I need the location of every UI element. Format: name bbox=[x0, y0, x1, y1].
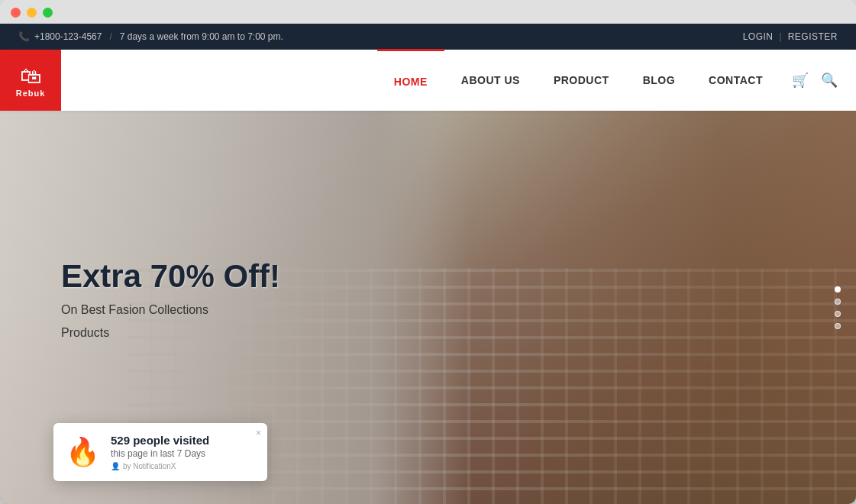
nav-links: HOME ABOUT US PRODUCT BLOG CONTACT bbox=[377, 49, 780, 112]
hero-subtitle-line1: On Best Fasion Collections bbox=[61, 303, 280, 317]
maximize-button[interactable] bbox=[43, 8, 53, 18]
nav-item-about[interactable]: ABOUT US bbox=[444, 50, 537, 111]
browser-chrome bbox=[0, 0, 856, 24]
phone-number: +1800-123-4567 bbox=[34, 31, 102, 42]
nav-item-product[interactable]: PRODUCT bbox=[537, 50, 626, 111]
logo-text: Rebuk bbox=[16, 89, 46, 98]
website-content: 📞 +1800-123-4567 / 7 days a week from 9:… bbox=[0, 24, 856, 504]
slider-dot-1[interactable] bbox=[835, 286, 841, 292]
nav-link-product[interactable]: PRODUCT bbox=[537, 50, 626, 111]
nav-icons: 🛒 🔍 bbox=[792, 72, 838, 89]
notification-source: 👤 by NotificationX bbox=[111, 462, 255, 470]
source-label: by NotificationX bbox=[123, 462, 176, 470]
logo-bag-icon: 🛍 bbox=[20, 63, 41, 89]
top-bar: 📞 +1800-123-4567 / 7 days a week from 9:… bbox=[0, 24, 856, 50]
register-link[interactable]: REGISTER bbox=[788, 31, 838, 42]
slider-dot-3[interactable] bbox=[835, 311, 841, 317]
notification-description: this page in last 7 Days bbox=[111, 448, 255, 459]
search-icon[interactable]: 🔍 bbox=[821, 72, 838, 89]
source-icon: 👤 bbox=[111, 462, 120, 470]
browser-window: 📞 +1800-123-4567 / 7 days a week from 9:… bbox=[0, 0, 856, 504]
logo[interactable]: 🛍 Rebuk bbox=[0, 50, 61, 111]
notification-text: 529 people visited this page in last 7 D… bbox=[111, 434, 255, 470]
flame-icon: 🔥 bbox=[66, 436, 100, 468]
slider-dots bbox=[835, 286, 841, 329]
nav-item-home[interactable]: HOME bbox=[377, 49, 444, 112]
phone-icon: 📞 bbox=[18, 31, 30, 42]
slider-dot-2[interactable] bbox=[835, 299, 841, 305]
slider-dot-4[interactable] bbox=[835, 323, 841, 329]
nav-item-contact[interactable]: CONTACT bbox=[692, 50, 780, 111]
count-number: 529 bbox=[111, 434, 130, 447]
nav-link-home[interactable]: HOME bbox=[377, 49, 444, 112]
top-bar-contact: 📞 +1800-123-4567 / 7 days a week from 9:… bbox=[18, 31, 283, 42]
separator: / bbox=[109, 31, 111, 42]
notification-close-button[interactable]: × bbox=[256, 428, 261, 438]
hero-title: Extra 70% Off! bbox=[61, 259, 280, 294]
nav-link-contact[interactable]: CONTACT bbox=[692, 50, 780, 111]
hero-content: Extra 70% Off! On Best Fasion Collection… bbox=[61, 259, 280, 340]
cart-icon[interactable]: 🛒 bbox=[792, 72, 809, 89]
auth-divider: | bbox=[780, 31, 782, 42]
hero-subtitle-line2: Products bbox=[61, 326, 280, 340]
business-hours: 7 days a week from 9:00 am to 7:00 pm. bbox=[120, 31, 283, 42]
nav-link-blog[interactable]: BLOG bbox=[626, 50, 692, 111]
count-label: people visited bbox=[133, 434, 209, 447]
visitor-count: 529 people visited bbox=[111, 434, 255, 447]
minimize-button[interactable] bbox=[27, 8, 37, 18]
notification-popup: 🔥 529 people visited this page in last 7… bbox=[53, 423, 267, 481]
hand-overlay bbox=[428, 111, 857, 504]
login-link[interactable]: LOGIN bbox=[743, 31, 774, 42]
top-bar-auth: LOGIN | REGISTER bbox=[743, 31, 838, 42]
navbar: 🛍 Rebuk HOME ABOUT US PRODUCT BLOG CONTA… bbox=[0, 50, 856, 111]
nav-link-about[interactable]: ABOUT US bbox=[444, 50, 537, 111]
hero-section: Extra 70% Off! On Best Fasion Collection… bbox=[0, 111, 856, 504]
close-button[interactable] bbox=[11, 8, 21, 18]
nav-item-blog[interactable]: BLOG bbox=[626, 50, 692, 111]
